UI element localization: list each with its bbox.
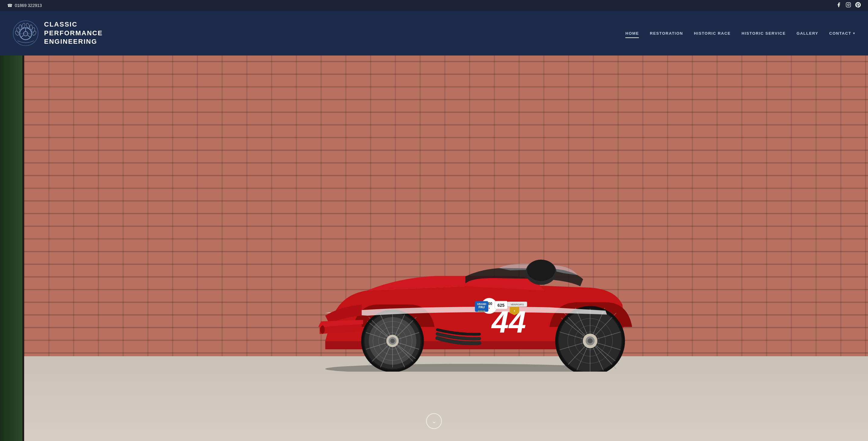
svg-point-4 — [16, 27, 20, 33]
nav-gallery[interactable]: GALLERY — [797, 30, 818, 37]
logo-line1: CLASSIC — [44, 20, 103, 29]
phone-number: 01869 322913 — [15, 3, 42, 8]
header: CLASSIC PERFORMANCE ENGINEERING HOME RES… — [0, 11, 868, 56]
nav-historic-race[interactable]: HISTORIC RACE — [694, 30, 731, 37]
svg-point-2 — [13, 21, 38, 46]
svg-point-8 — [31, 27, 35, 33]
svg-point-5 — [19, 25, 22, 30]
logo-line3: ENGINEERING — [44, 37, 103, 46]
svg-point-19 — [527, 260, 555, 281]
svg-point-38 — [390, 339, 395, 343]
logo-area[interactable]: CLASSIC PERFORMANCE ENGINEERING — [12, 20, 103, 47]
svg-text:GRAND: GRAND — [477, 303, 487, 306]
svg-text:★★★★★: ★★★★★ — [478, 310, 485, 312]
svg-text:625: 625 — [497, 303, 504, 308]
svg-text:●: ● — [489, 307, 490, 310]
logo-emblem — [12, 20, 39, 47]
chevron-down-icon: ▼ — [852, 32, 856, 35]
svg-point-69 — [320, 325, 325, 334]
svg-point-17 — [326, 364, 606, 372]
logo-text: CLASSIC PERFORMANCE ENGINEERING — [44, 20, 103, 46]
social-icons-area — [836, 2, 861, 9]
phone-number-area: ☎ 01869 322913 — [7, 3, 42, 8]
pinterest-icon[interactable] — [855, 2, 861, 9]
facebook-icon[interactable] — [836, 2, 841, 9]
svg-rect-0 — [846, 2, 851, 7]
logo-line2: PERFORMANCE — [44, 29, 103, 38]
svg-text:VERIFICATO: VERIFICATO — [511, 303, 524, 306]
nav-home[interactable]: HOME — [625, 30, 639, 37]
svg-line-15 — [28, 35, 30, 37]
main-nav: HOME RESTORATION HISTORIC RACE HISTORIC … — [625, 30, 856, 37]
nav-contact-label: CONTACT — [829, 31, 851, 36]
top-bar: ☎ 01869 322913 — [0, 0, 868, 11]
hero-section: 44 — [0, 56, 868, 441]
svg-text:PAU: PAU — [478, 306, 485, 309]
svg-text:●: ● — [514, 309, 515, 312]
racing-car: 44 — [269, 232, 661, 372]
nav-restoration[interactable]: RESTORATION — [650, 30, 683, 37]
nav-historic-service[interactable]: HISTORIC SERVICE — [742, 30, 785, 37]
svg-point-9 — [30, 25, 33, 30]
svg-line-14 — [21, 35, 24, 37]
instagram-icon[interactable] — [846, 2, 851, 9]
scroll-down-icon: ⌄ — [432, 417, 437, 425]
nav-contact[interactable]: CONTACT ▼ — [829, 30, 856, 37]
phone-icon: ☎ — [7, 3, 12, 8]
scroll-down-button[interactable]: ⌄ — [426, 413, 442, 429]
car-image-container: 44 — [0, 56, 868, 441]
svg-point-55 — [588, 338, 593, 343]
